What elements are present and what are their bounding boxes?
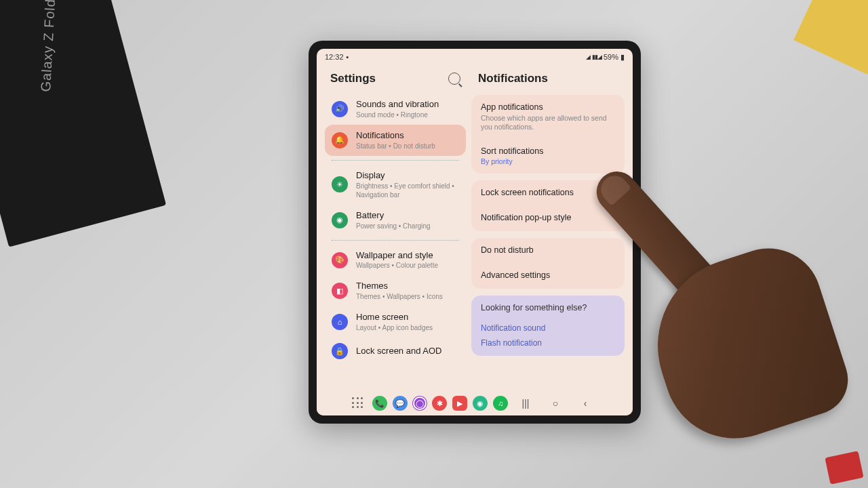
looking-title: Looking for something else? [481,302,615,314]
settings-list-pane: Settings 🔊 Sounds and vibration Sound mo… [322,65,469,391]
product-box: Galaxy Z Fold6 [0,0,166,247]
wifi-icon: ◢ [586,54,590,60]
themes-icon: ◧ [332,283,348,299]
messages-app-icon[interactable]: 💬 [393,396,408,411]
search-icon[interactable] [448,73,460,85]
device-frame: 12:32 ▪ ◢ ▮▮◢ 59% ▮ Settings 🔊 [309,41,641,424]
item-subtitle: Brightness • Eye comfort shield • Naviga… [356,182,459,199]
spotify-app-icon[interactable]: ♫ [493,396,508,411]
wallpaper-icon: 🎨 [332,252,348,268]
box-label: Galaxy Z Fold6 [38,0,59,92]
battery-icon: ▮ [620,53,625,62]
link-notification-sound[interactable]: Notification sound [471,321,625,336]
display-icon: ☀ [332,176,348,192]
item-title: Display [356,170,459,182]
screen: 12:32 ▪ ◢ ▮▮◢ 59% ▮ Settings 🔊 [317,49,633,415]
item-title: Notifications [356,130,459,142]
detail-item-title: Lock screen notifications [481,187,615,199]
settings-item-lockscreen[interactable]: 🔒 Lock screen and AOD [325,338,466,365]
app-drawer-icon[interactable] [352,397,364,409]
item-subtitle: Power saving • Charging [356,222,459,230]
detail-item-title: App notifications [481,102,615,114]
item-title: Lock screen and AOD [356,346,459,357]
item-title: Home screen [356,312,459,323]
status-bar: 12:32 ▪ ◢ ▮▮◢ 59% ▮ [317,49,633,65]
detail-sort-notifications[interactable]: Sort notifications By priority [471,139,625,174]
app-icon[interactable]: ◉ [473,396,488,411]
lock-icon: 🔒 [332,343,348,359]
recents-button[interactable]: ||| [515,396,536,410]
status-time: 12:32 [325,53,344,61]
signal-icon: ▮▮◢ [592,54,601,60]
item-title: Themes [356,281,459,292]
divider [332,160,459,161]
settings-item-themes[interactable]: ◧ Themes Themes • Wallpapers • Icons [325,275,466,306]
home-button[interactable]: ○ [545,396,566,410]
status-battery: 59% [604,53,618,61]
detail-app-notifications[interactable]: App notifications Choose which apps are … [471,95,625,139]
back-button[interactable]: ‹ [575,396,595,410]
looking-for-else: Looking for something else? [471,296,625,321]
detail-advanced-settings[interactable]: Advanced settings [471,263,625,289]
item-subtitle: Themes • Wallpapers • Icons [356,292,459,301]
status-notification-icon: ▪ [347,53,349,61]
detail-pane: Notifications App notifications Choose w… [469,65,627,391]
item-title: Wallpaper and style [356,250,459,262]
detail-lock-screen-notifications[interactable]: Lock screen notifications [471,180,625,206]
settings-item-notifications[interactable]: 🔔 Notifications Status bar • Do not dist… [325,125,466,156]
notification-icon: 🔔 [332,132,348,148]
home-icon: ⌂ [332,314,348,330]
settings-item-display[interactable]: ☀ Display Brightness • Eye comfort shiel… [325,165,466,205]
item-subtitle: Sound mode • Ringtone [356,110,459,119]
item-subtitle: Status bar • Do not disturb [356,142,459,150]
detail-item-title: Advanced settings [481,270,615,282]
detail-title: Notifications [471,68,625,95]
app-icon[interactable]: ◯ [413,396,427,410]
detail-item-value: By priority [481,157,615,167]
sound-icon: 🔊 [332,101,348,117]
settings-item-wallpaper[interactable]: 🎨 Wallpaper and style Wallpapers • Colou… [325,245,466,276]
settings-item-battery[interactable]: ◉ Battery Power saving • Charging [325,205,466,236]
detail-item-sub: Choose which apps are allowed to send yo… [481,114,615,132]
detail-item-title: Sort notifications [481,146,615,158]
settings-item-homescreen[interactable]: ⌂ Home screen Layout • App icon badges [325,306,466,338]
detail-item-title: Notification pop-up style [481,212,615,224]
detail-item-title: Do not disturb [481,245,615,257]
item-title: Battery [356,210,459,222]
detail-notification-popup-style[interactable]: Notification pop-up style [471,205,625,231]
page-title: Settings [330,72,376,85]
detail-do-not-disturb[interactable]: Do not disturb [471,238,625,264]
item-subtitle: Layout • App icon badges [356,323,459,332]
item-subtitle: Wallpapers • Colour palette [356,261,459,270]
battery-icon: ◉ [332,212,348,228]
youtube-app-icon[interactable]: ▶ [452,396,467,411]
phone-app-icon[interactable]: 📞 [372,396,387,411]
app-icon[interactable]: ✱ [432,396,447,411]
watermark [825,451,863,485]
divider [332,240,459,241]
taskbar: 📞 💬 ◯ ✱ ▶ ◉ ♫ ||| ○ ‹ [317,391,633,415]
settings-item-sounds[interactable]: 🔊 Sounds and vibration Sound mode • Ring… [325,94,466,125]
link-flash-notification[interactable]: Flash notification [471,336,625,356]
background-object [793,0,868,75]
item-title: Sounds and vibration [356,99,459,110]
